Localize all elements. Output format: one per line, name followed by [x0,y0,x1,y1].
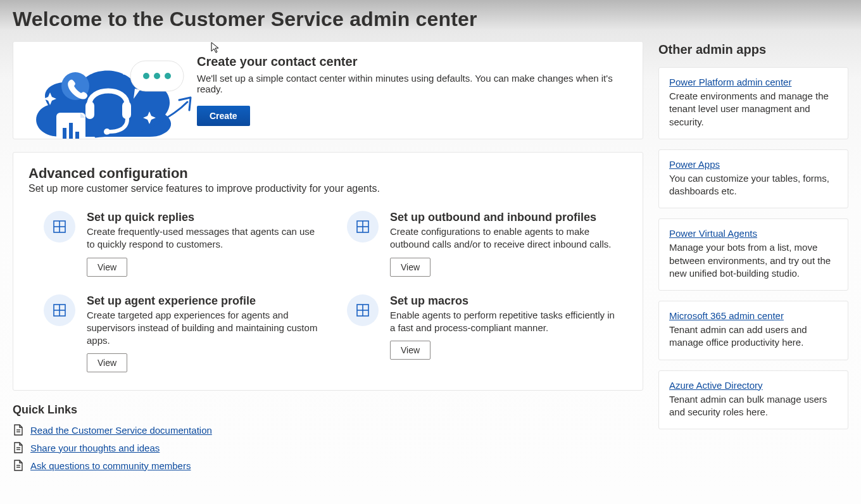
admin-app-description: You can customize your tables, forms, da… [669,172,838,198]
admin-app-card: Power Apps You can customize your tables… [658,149,848,209]
document-icon [13,424,24,436]
admin-app-link[interactable]: Power Platform admin center [669,77,791,87]
svg-point-5 [143,73,149,79]
config-item-title: Set up outbound and inbound profiles [390,211,621,224]
admin-app-card: Azure Active Directory Tenant admin can … [658,370,848,430]
view-button[interactable]: View [390,258,430,277]
view-button[interactable]: View [390,341,430,360]
grid-icon [347,211,379,243]
quick-link[interactable]: Ask questions to community members [30,460,191,471]
svg-point-6 [154,73,160,79]
quick-links-section: Quick Links Read the Customer Service do… [13,403,643,471]
admin-app-description: Tenant admin can bulk manage users and s… [669,393,838,419]
config-item-title: Set up quick replies [87,211,318,224]
hero-title: Create your contact center [197,54,627,69]
quick-link[interactable]: Share your thoughts and ideas [30,443,160,453]
grid-icon [44,294,75,326]
admin-app-description: Tenant admin can add users and manage of… [669,324,838,350]
config-item-agent-experience: Set up agent experience profile Create t… [44,294,324,373]
view-button[interactable]: View [87,258,127,277]
quick-link[interactable]: Read the Customer Service documentation [30,425,212,436]
svg-point-8 [123,72,125,75]
admin-app-card: Power Platform admin center Create envir… [658,67,848,139]
advanced-config-subtitle: Set up more customer service features to… [28,183,627,194]
other-admin-apps-title: Other admin apps [658,42,848,57]
admin-app-description: Create environments and manage the tenan… [669,90,838,129]
admin-app-link[interactable]: Power Virtual Agents [669,228,757,239]
svg-rect-13 [75,132,79,139]
quick-link-item: Share your thoughts and ideas [13,442,643,453]
admin-app-link[interactable]: Azure Active Directory [669,380,763,391]
svg-point-2 [104,129,110,135]
document-icon [13,442,24,453]
config-item-profiles: Set up outbound and inbound profiles Cre… [347,211,627,277]
svg-rect-12 [69,123,73,139]
hero-description: We'll set up a simple contact center wit… [197,73,627,94]
quick-link-item: Ask questions to community members [13,460,643,471]
config-item-macros: Set up macros Enable agents to perform r… [347,294,627,373]
config-item-description: Create configurations to enable agents t… [390,225,621,251]
config-item-description: Create frequently-used messages that age… [87,225,318,251]
admin-app-link[interactable]: Power Apps [669,159,720,170]
view-button[interactable]: View [87,353,127,372]
cursor-icon [211,42,220,56]
grid-icon [347,294,379,326]
advanced-config-title: Advanced configuration [28,165,627,182]
quick-links-title: Quick Links [13,403,643,417]
admin-app-card: Power Virtual Agents Manage your bots fr… [658,218,848,291]
page-title: Welcome to the Customer Service admin ce… [13,8,848,31]
admin-app-description: Manage your bots from a list, move betwe… [669,241,838,280]
create-button[interactable]: Create [197,106,250,126]
hero-card: Create your contact center We'll set up … [13,41,643,139]
config-item-description: Enable agents to perform repetitive task… [390,309,621,335]
admin-app-card: Microsoft 365 admin center Tenant admin … [658,301,848,360]
quick-link-item: Read the Customer Service documentation [13,424,643,436]
svg-rect-1 [122,101,131,119]
config-item-title: Set up macros [390,294,621,308]
advanced-config-card: Advanced configuration Set up more custo… [13,152,643,391]
document-icon [13,460,24,471]
svg-rect-11 [63,128,66,139]
config-item-quick-replies: Set up quick replies Create frequently-u… [44,211,324,277]
admin-app-link[interactable]: Microsoft 365 admin center [669,310,784,321]
config-item-description: Create targeted app experiences for agen… [87,309,318,348]
hero-illustration [13,42,197,139]
svg-point-7 [165,73,171,79]
grid-icon [44,211,75,243]
config-item-title: Set up agent experience profile [87,294,318,308]
svg-rect-0 [85,101,94,119]
